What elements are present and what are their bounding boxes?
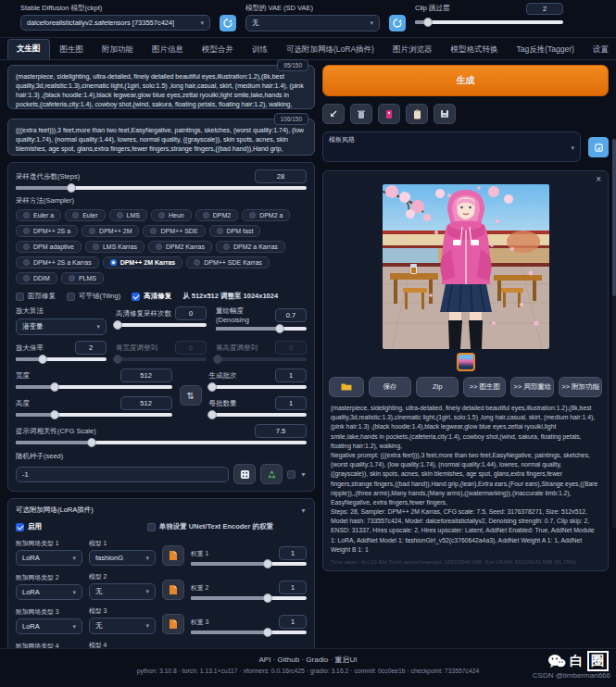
generated-image[interactable] — [383, 184, 549, 349]
upscale-by-slider[interactable] — [16, 357, 107, 361]
sampler-lms[interactable]: LMS — [109, 209, 147, 221]
seed-collapse-icon[interactable]: ▼ — [300, 471, 307, 478]
width-value[interactable]: 512 — [120, 368, 172, 382]
checkpoint-dropdown[interactable]: dalceforealistictailyv2.safetensors [733… — [20, 15, 210, 31]
send-to-extras-button[interactable]: >> 附加功能 — [559, 377, 602, 397]
tab-additional-networks[interactable]: 可选附加网络(LoRA插件) — [278, 41, 383, 59]
sampler-lms-karras[interactable]: LMS Karras — [85, 241, 145, 253]
tab-png-info[interactable]: 图片信息 — [144, 41, 192, 59]
lora-weight-slider[interactable] — [191, 562, 307, 566]
lora-model-info-button[interactable] — [162, 545, 184, 566]
seed-input[interactable]: -1 — [16, 467, 229, 482]
checkpoint-refresh-button[interactable] — [220, 15, 236, 31]
tab-image-browser[interactable]: 图片浏览器 — [384, 41, 441, 59]
lora-type-dropdown[interactable]: LoRA▾ — [16, 584, 82, 600]
panel-collapse-icon[interactable]: ▼ — [300, 507, 307, 514]
cfg-scale-value[interactable]: 7.5 — [255, 424, 307, 438]
batch-size-slider[interactable] — [209, 413, 307, 417]
batch-size-value[interactable]: 1 — [275, 396, 307, 410]
lora-model-info-button[interactable] — [162, 580, 184, 600]
vae-refresh-button[interactable] — [389, 15, 406, 31]
tab-img2img[interactable]: 图生图 — [52, 41, 93, 59]
tab-settings[interactable]: 设置 — [585, 41, 616, 59]
batch-count-slider[interactable] — [209, 385, 307, 389]
vae-dropdown[interactable]: 无 ▾ — [245, 15, 380, 31]
lora-weight-slider[interactable] — [191, 631, 307, 634]
sampler-ddim[interactable]: DDIM — [16, 272, 57, 284]
reuse-seed-button[interactable] — [260, 464, 283, 484]
sampler-dpmpp-2m[interactable]: DPM++ 2M — [82, 225, 139, 237]
zip-button[interactable]: Zip — [416, 377, 459, 397]
lora-model-dropdown[interactable]: 无▾ — [89, 618, 156, 634]
save-style-button[interactable] — [434, 104, 456, 124]
tab-checkpoint-merger[interactable]: 模型合并 — [194, 41, 242, 59]
extra-networks-button[interactable] — [378, 104, 400, 124]
lora-enable-checkbox[interactable]: 启用 — [16, 522, 42, 531]
gallery-thumbnail[interactable] — [457, 353, 475, 371]
negative-prompt-textarea[interactable]: 106/150 (((extra feet))),3 feet,more tha… — [7, 119, 315, 156]
lora-type-dropdown[interactable]: LoRA▾ — [16, 618, 82, 634]
lora-model-info-button[interactable] — [162, 614, 184, 634]
tab-tagger[interactable]: Tag反推(Tagger) — [508, 41, 582, 59]
steps-value[interactable]: 28 — [255, 169, 307, 183]
lora-weight-slider[interactable] — [191, 596, 307, 600]
sampler-dpm2-a[interactable]: DPM2 a — [242, 209, 290, 221]
random-seed-button[interactable] — [233, 464, 256, 484]
tab-extras[interactable]: 附加功能 — [94, 41, 142, 59]
generate-button[interactable]: 生成 — [322, 65, 609, 96]
gradio-link[interactable]: Gradio — [306, 656, 328, 664]
sampler-dpmpp-sde-karras[interactable]: DPM++ SDE Karras — [186, 256, 270, 269]
sampler-euler[interactable]: Euler — [65, 209, 105, 221]
batch-count-value[interactable]: 1 — [275, 368, 307, 382]
sampler-dpmpp-sde[interactable]: DPM++ SDE — [143, 225, 205, 237]
lora-weight-value[interactable]: 1 — [279, 615, 307, 629]
send-to-img2img-button[interactable]: >> 图生图 — [463, 377, 506, 397]
hires-steps-value[interactable]: 0 — [175, 306, 207, 320]
styles-dropdown[interactable]: ▾ — [329, 144, 574, 152]
lora-model-dropdown[interactable]: 无▾ — [89, 583, 156, 600]
lora-weight-value[interactable]: 1 — [279, 546, 307, 560]
extra-seed-checkbox[interactable] — [287, 470, 295, 479]
tab-txt2img[interactable]: 文生图 — [7, 39, 50, 59]
lora-type-dropdown[interactable]: LoRA▾ — [16, 550, 82, 566]
sampler-dpmpp-2m-karras[interactable]: DPM++ 2M Karras — [103, 256, 183, 269]
sampler-dpm2-karras[interactable]: DPM2 Karras — [148, 241, 212, 253]
denoising-slider[interactable] — [216, 327, 307, 331]
clip-skip-slider[interactable] — [415, 20, 563, 24]
upscaler-dropdown[interactable]: 潜变量▾ — [16, 319, 107, 335]
lora-separate-weights-checkbox[interactable]: 单独设置 UNet/Text Encoder 的权重 — [147, 522, 273, 531]
height-slider[interactable] — [16, 413, 172, 417]
hires-steps-slider[interactable] — [116, 323, 207, 327]
sampler-dpmpp-2s-a[interactable]: DPM++ 2S a — [16, 225, 78, 237]
reload-ui-link[interactable]: 重启UI — [334, 656, 357, 664]
cfg-scale-slider[interactable] — [16, 441, 307, 444]
apply-style-button[interactable] — [406, 104, 428, 124]
sampler-dpm-adaptive[interactable]: DPM adaptive — [16, 241, 82, 253]
swap-dimensions-button[interactable]: ⇅ — [180, 385, 202, 406]
page-scrollbar[interactable] — [612, 139, 616, 528]
save-button[interactable]: 保存 — [369, 377, 411, 397]
clip-skip-value[interactable]: 2 — [526, 3, 563, 15]
upscale-by-value[interactable]: 2 — [75, 341, 107, 355]
tab-model-converter[interactable]: 模型格式转换 — [442, 41, 506, 59]
refresh-styles-button[interactable] — [588, 137, 609, 157]
lora-model-dropdown[interactable]: fashionG▾ — [89, 550, 156, 566]
sampler-dpm2[interactable]: DPM2 — [195, 209, 238, 221]
prompt-textarea[interactable]: 95/150 (masterpiece, sidelighting, ultra… — [7, 65, 315, 109]
lora-weight-value[interactable]: 1 — [279, 581, 307, 594]
height-value[interactable]: 512 — [120, 396, 172, 410]
sampler-plms[interactable]: PLMS — [61, 272, 104, 284]
scrollbar-thumb[interactable] — [612, 139, 616, 296]
sampler-dpm-fast[interactable]: DPM fast — [209, 225, 261, 237]
send-to-inpaint-button[interactable]: >> 局部重绘 — [510, 377, 554, 397]
clear-prompt-button[interactable] — [350, 104, 372, 124]
close-icon[interactable]: × — [596, 174, 601, 184]
open-folder-button[interactable] — [329, 377, 364, 397]
tab-train[interactable]: 训练 — [244, 41, 276, 59]
denoising-value[interactable]: 0.7 — [275, 308, 307, 322]
sampler-heun[interactable]: Heun — [151, 209, 192, 221]
hires-fix-checkbox[interactable]: 高清修复 — [132, 292, 171, 301]
sampler-euler-a[interactable]: Euler a — [16, 209, 61, 221]
width-slider[interactable] — [16, 385, 172, 389]
restore-faces-checkbox[interactable]: 面部修复 — [16, 292, 56, 301]
